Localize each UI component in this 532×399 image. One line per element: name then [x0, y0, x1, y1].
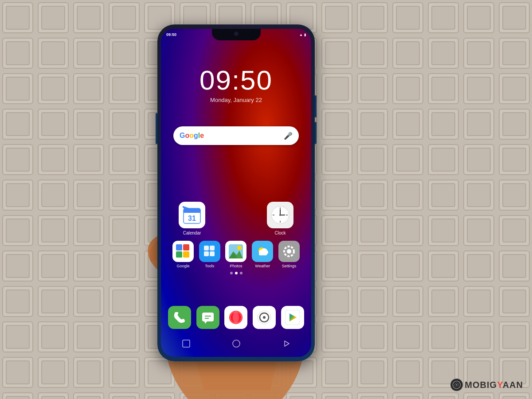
settings-icon — [278, 241, 300, 262]
clock-display: 09:50 Monday, January 22 — [161, 64, 311, 103]
clock-time: 09:50 — [161, 64, 311, 96]
tools-label: Tools — [205, 264, 214, 268]
app-google[interactable]: Google — [172, 241, 194, 268]
phone-screen: 09:50 ▲ ▮ 09:50 Monday, January 22 Googl… — [161, 29, 311, 357]
dock-playstore[interactable] — [281, 306, 304, 329]
app-photos[interactable]: Photos — [225, 241, 246, 268]
google-logo: Google — [180, 132, 204, 140]
nav-bar — [161, 335, 311, 352]
google-app-label: Google — [176, 264, 189, 268]
photos-icon — [225, 241, 246, 262]
apps-grid: 31 Calendar — [170, 202, 302, 278]
svg-rect-8 — [184, 211, 200, 213]
svg-point-45 — [233, 312, 239, 323]
app-clock[interactable]: Clock — [267, 202, 293, 235]
svg-point-57 — [456, 384, 458, 386]
phone-body: 09:50 ▲ ▮ 09:50 Monday, January 22 Googl… — [157, 24, 315, 361]
svg-rect-37 — [259, 253, 267, 255]
app-settings[interactable]: Settings — [278, 241, 300, 268]
dot-1 — [230, 272, 233, 274]
svg-text:31: 31 — [188, 215, 196, 222]
mic-icon[interactable]: 🎤 — [284, 132, 293, 140]
dot-2 — [235, 272, 238, 274]
clock-date: Monday, January 22 — [161, 97, 311, 103]
svg-point-49 — [263, 316, 266, 319]
home-button[interactable] — [230, 339, 243, 348]
volume-up-button[interactable] — [315, 95, 317, 117]
page-dots — [170, 272, 302, 274]
watermark-logo — [450, 379, 463, 391]
dock-opera[interactable] — [224, 306, 247, 329]
svg-rect-21 — [176, 244, 182, 250]
tools-icon — [199, 241, 220, 262]
dock-camera[interactable] — [253, 306, 276, 329]
svg-rect-24 — [183, 251, 189, 258]
calendar-label: Calendar — [183, 231, 201, 235]
status-time: 09:50 — [166, 32, 176, 37]
wifi-icon: ▲ — [299, 33, 303, 37]
power-button[interactable] — [156, 113, 157, 144]
weather-label: Weather — [255, 264, 270, 268]
svg-point-38 — [287, 249, 291, 254]
calendar-icon: 31 — [179, 202, 205, 228]
svg-rect-25 — [204, 246, 209, 250]
watermark: MOBIGYAAN — [450, 379, 523, 391]
svg-rect-22 — [183, 244, 189, 250]
google-app-icon — [172, 241, 194, 262]
svg-rect-23 — [176, 251, 182, 258]
back-button[interactable] — [180, 339, 193, 348]
google-search-bar[interactable]: Google 🎤 — [173, 126, 299, 145]
app-weather[interactable]: Weather — [252, 241, 273, 268]
dot-3 — [240, 272, 243, 274]
watermark-text: MOBIGYAAN — [465, 380, 523, 390]
photos-label: Photos — [230, 264, 242, 268]
settings-label: Settings — [282, 264, 297, 268]
battery-icon: ▮ — [304, 33, 306, 37]
dock-messages[interactable] — [196, 306, 219, 329]
volume-down-button[interactable] — [315, 122, 317, 144]
svg-marker-41 — [204, 321, 207, 324]
clock-label: Clock — [274, 231, 286, 235]
dock-phone[interactable] — [168, 306, 191, 329]
svg-point-53 — [233, 340, 240, 347]
svg-rect-28 — [210, 251, 215, 256]
app-tools[interactable]: Tools — [199, 241, 220, 268]
app-dock — [165, 302, 307, 332]
weather-icon — [252, 241, 273, 262]
svg-rect-40 — [202, 313, 214, 321]
status-icons: ▲ ▮ — [299, 33, 306, 37]
clock-icon — [267, 202, 293, 228]
large-icons-row: 31 Calendar — [170, 202, 302, 235]
recents-button[interactable] — [280, 339, 293, 348]
app-calendar[interactable]: 31 Calendar — [179, 202, 205, 235]
svg-rect-27 — [204, 251, 209, 256]
status-bar: 09:50 ▲ ▮ — [161, 29, 311, 40]
svg-point-32 — [237, 246, 242, 250]
small-icons-row: Google Tools — [170, 241, 302, 268]
svg-rect-52 — [183, 340, 190, 347]
svg-rect-26 — [210, 246, 215, 250]
svg-point-20 — [279, 214, 281, 216]
